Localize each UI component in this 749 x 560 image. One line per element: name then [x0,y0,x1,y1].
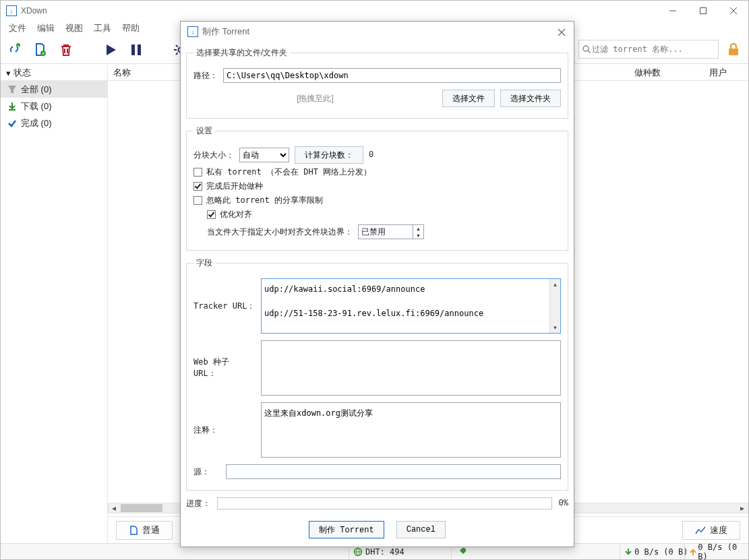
sidebar-item-all[interactable]: 全部 (0) [1,81,107,98]
search-icon [582,44,591,54]
menu-help[interactable]: 帮助 [122,22,140,34]
webseed-label: Web 种子 URL： [193,356,256,379]
svg-rect-8 [131,44,135,55]
checkbox-icon [193,196,202,205]
calc-pieces-value: 0 [369,150,373,160]
group-settings: 设置 分块大小： 自动 计算分块数： 0 私有 torrent （不会在 DHT… [186,125,568,251]
vertical-scrollbar[interactable]: ▲ ▼ [549,279,560,333]
app-title: XDown [21,6,47,15]
sidebar-item-completed[interactable]: 完成 (0) [1,115,107,131]
maximize-button[interactable] [688,1,718,21]
sidebar-item-label: 完成 (0) [21,117,52,129]
arrow-up-icon [689,548,696,556]
svg-line-17 [176,53,178,55]
search-box[interactable] [578,40,719,59]
close-button[interactable] [718,1,748,21]
spinner-down-icon[interactable]: ▼ [413,232,423,239]
align-label: 当文件大于指定大小时对齐文件块边界： [207,226,353,238]
dialog-title: 制作 Torrent [202,26,249,38]
svg-rect-1 [700,8,706,14]
search-input[interactable] [591,44,715,55]
align-value: 已禁用 [359,226,413,238]
minimize-button[interactable] [657,1,688,21]
chk-seed-after-row[interactable]: 完成后开始做种 [193,181,561,192]
cancel-button[interactable]: Cancel [396,521,446,538]
delete-icon[interactable] [57,41,75,59]
svg-line-15 [176,45,178,47]
chk-seed-after-label: 完成后开始做种 [206,181,263,192]
group-fields: 字段 Tracker URL： ▲ ▼ Web 种子 URL： [186,257,568,491]
tab-speed[interactable]: 速度 [682,521,740,540]
globe-icon [353,547,363,557]
comment-textarea[interactable] [262,403,560,457]
check-icon [7,119,17,128]
tracker-label: Tracker URL： [193,301,256,312]
tab-general-label: 普通 [142,524,160,536]
checkbox-checked-icon [207,210,216,219]
svg-rect-9 [138,44,141,55]
app-icon: ↓ [187,26,198,37]
chk-private-row[interactable]: 私有 torrent （不会在 DHT 网络上分发） [193,166,561,178]
add-file-icon[interactable]: + [32,41,49,59]
tab-general[interactable]: 普通 [116,521,173,540]
chk-private-label: 私有 torrent （不会在 DHT 网络上分发） [206,166,371,178]
tracker-textarea[interactable] [262,279,549,333]
chk-ignore-ratio-label: 忽略此 torrent 的分享率限制 [206,195,323,206]
group-settings-legend: 设置 [193,125,215,137]
path-input[interactable] [223,68,561,83]
lock-icon[interactable] [724,40,743,59]
create-torrent-button[interactable]: 制作 Torrent [309,521,384,538]
dialog-titlebar: ↓ 制作 Torrent [181,22,574,42]
add-link-icon[interactable]: + [6,41,24,59]
plug-icon [456,547,467,557]
scroll-right-icon[interactable]: ▸ [737,503,748,513]
progress-label: 进度： [186,498,210,509]
select-folder-button[interactable]: 选择文件夹 [500,90,561,107]
column-users[interactable]: 用户 [694,67,748,79]
group-select-source: 选择要共享的文件/文件夹 路径： [拖拽至此] 选择文件 选择文件夹 [186,47,568,119]
align-spinner[interactable]: 已禁用 ▲▼ [358,224,424,239]
menu-edit[interactable]: 编辑 [37,22,55,34]
menu-tools[interactable]: 工具 [94,22,111,34]
scroll-up-icon[interactable]: ▲ [550,279,561,290]
caret-down-icon: ▾ [6,68,11,78]
checkbox-icon [193,168,202,177]
status-download[interactable]: 0 B/s (0 B) [620,544,692,559]
webseed-textarea[interactable] [262,341,560,395]
group-fields-legend: 字段 [193,257,215,269]
source-input[interactable] [226,464,561,479]
source-label: 源： [193,466,220,478]
sidebar: ▾ 状态 全部 (0) 下载 (0) 完成 (0) [1,65,108,543]
menu-file[interactable]: 文件 [9,22,26,34]
progress-value: 0% [559,499,568,508]
menu-view[interactable]: 视图 [65,22,83,34]
piece-size-label: 分块大小： [193,150,234,161]
start-icon[interactable] [102,41,119,59]
sidebar-heading-label: 状态 [13,67,31,79]
svg-rect-21 [729,49,738,55]
sidebar-heading[interactable]: ▾ 状态 [1,65,107,81]
webseed-textarea-wrap [261,340,561,396]
status-dht-label: DHT: 494 [365,547,405,557]
status-upload[interactable]: 0 B/s (0 B) [684,544,748,559]
select-file-button[interactable]: 选择文件 [442,90,495,107]
dialog-close-button[interactable] [555,26,568,39]
calc-pieces-button[interactable]: 计算分块数： [295,146,363,164]
titlebar: ↓ XDown [1,1,748,21]
scroll-left-icon[interactable]: ◂ [109,503,119,513]
chk-optimize-label: 优化对齐 [220,209,252,220]
piece-size-select[interactable]: 自动 [239,148,289,162]
sidebar-item-downloading[interactable]: 下载 (0) [1,98,107,115]
status-download-label: 0 B/s (0 B) [634,547,688,557]
scroll-thumb[interactable] [121,504,162,512]
svg-text:+: + [17,43,20,47]
scroll-down-icon[interactable]: ▼ [550,322,561,333]
spinner-up-icon[interactable]: ▲ [413,225,423,232]
svg-point-19 [583,46,589,51]
chk-optimize-row[interactable]: 优化对齐 [207,209,561,220]
pause-icon[interactable] [127,41,145,59]
chart-icon [695,526,706,535]
chk-ignore-ratio-row[interactable]: 忽略此 torrent 的分享率限制 [193,195,561,206]
column-seeds[interactable]: 做种数 [600,67,694,79]
sidebar-item-label: 全部 (0) [21,84,52,96]
